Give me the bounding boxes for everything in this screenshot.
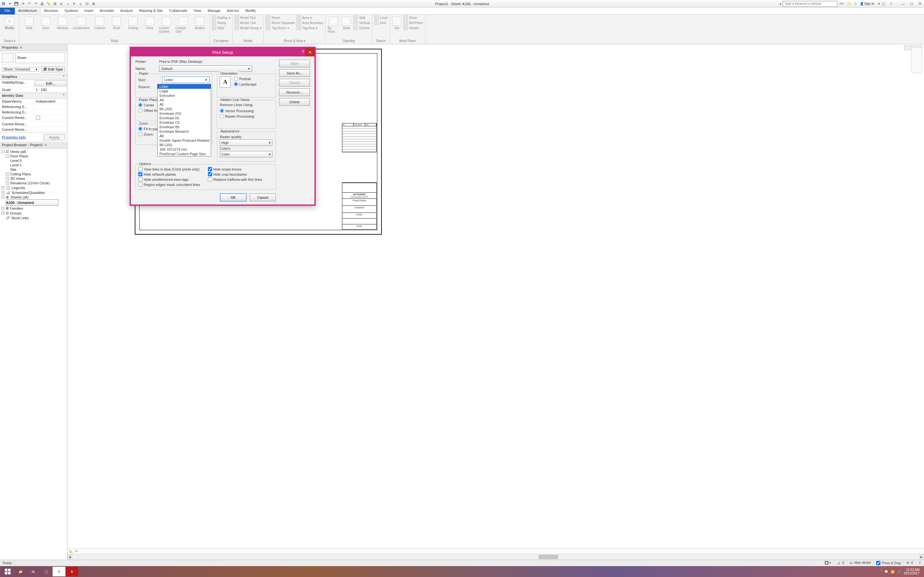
scale-value[interactable]: 1 : 100 — [34, 87, 67, 92]
group-label-room-area[interactable]: Room & Area ▾ — [266, 39, 323, 44]
paper-size-dropdown[interactable]: LetterLegalExecutiveA4A5B5 (JIS)Envelope… — [157, 84, 211, 156]
save-icon[interactable]: 💾 — [13, 1, 19, 7]
shaft-tool[interactable]: Shaft — [341, 15, 352, 30]
tree-level0[interactable]: Level 0 — [10, 158, 66, 163]
identity-section-header[interactable]: Identity Data⌃ — [0, 93, 67, 99]
vector-radio[interactable]: Vector Processing — [220, 109, 273, 113]
switch-windows-icon[interactable]: ⊞ — [90, 1, 96, 7]
mullion-tool[interactable]: Mullion — [192, 15, 208, 30]
printer-name-combo[interactable]: Default▾ — [159, 65, 252, 72]
curtain-system-tool[interactable]: Curtain System — [159, 15, 174, 33]
room-separator-tool[interactable]: Room Separator — [266, 21, 295, 25]
paper-size-option[interactable]: Legal — [158, 89, 211, 93]
column-tool[interactable]: Column — [92, 15, 107, 30]
tree-level1[interactable]: Level 1 — [10, 163, 66, 167]
apply-button[interactable]: Apply — [43, 134, 65, 140]
cur-rev2-value[interactable] — [34, 121, 67, 127]
store-button[interactable]: 🛍 — [27, 567, 40, 576]
tray-volume-icon[interactable]: 🔊 — [897, 570, 901, 574]
tag-area-tool[interactable]: Tag Area ▾ — [296, 26, 324, 30]
rename-button[interactable]: Rename... — [279, 89, 310, 96]
dialog-close-icon[interactable]: ✕ — [305, 48, 314, 56]
status-press-drag[interactable]: Press & Drag — [874, 561, 903, 565]
hide-scope-check[interactable]: Hide scope boxes — [208, 167, 273, 171]
explorer-button[interactable]: 📁 — [14, 567, 27, 576]
paper-size-option[interactable]: Envelope C5 — [158, 120, 211, 125]
align-icon[interactable]: ⊞ — [52, 1, 58, 7]
paper-size-option[interactable]: 16K 197x273 mm — [158, 147, 211, 152]
area-tool[interactable]: Area ▾ — [296, 15, 324, 20]
expand-icon[interactable]: − — [6, 155, 9, 158]
status-zero2[interactable]: ⚙ :0 — [904, 561, 916, 564]
cur-rev3-value[interactable] — [34, 127, 67, 132]
expand-icon[interactable]: + — [1, 186, 5, 189]
level-tool[interactable]: Level — [374, 15, 388, 20]
undo-icon[interactable]: ↶ — [26, 1, 32, 7]
status-main-model[interactable]: 🗂 Main Model — [847, 561, 874, 564]
tab-modify[interactable]: Modify — [242, 8, 259, 15]
dialog-titlebar[interactable]: Print Setup ? ✕ — [131, 48, 314, 56]
browser-close-icon[interactable]: ✕ — [44, 143, 48, 147]
railing-tool[interactable]: Railing ▾ — [212, 15, 230, 20]
thinlines-icon[interactable]: ≡ — [78, 1, 83, 7]
group-label-select[interactable]: Select ▾ — [2, 39, 17, 44]
area-boundary-tool[interactable]: Area Boundary — [296, 21, 324, 25]
tree-site[interactable]: Site — [10, 167, 66, 172]
tab-massing[interactable]: Massing & Site — [136, 8, 166, 15]
links-blue-check[interactable]: View links in blue (Color prints only) — [138, 167, 204, 171]
clock[interactable]: 12:52 AM 19/12/2017 — [903, 568, 919, 575]
by-face-tool[interactable]: By Face — [328, 15, 339, 33]
model-text-tool[interactable]: Model Text — [234, 15, 262, 20]
app-icon[interactable]: R — [1, 1, 6, 7]
comm-icon[interactable]: ✨ — [846, 1, 851, 7]
revit-button[interactable]: R — [53, 567, 65, 576]
dormer-tool[interactable]: Dormer — [353, 26, 370, 30]
tab-view[interactable]: View — [191, 8, 205, 15]
search-input[interactable] — [783, 1, 837, 7]
cancel-button[interactable]: Cancel — [250, 193, 276, 201]
minimize-button[interactable]: — — [900, 1, 907, 7]
nav-cube[interactable] — [911, 47, 922, 73]
save-as-button[interactable]: Save As... — [279, 69, 310, 77]
ref-d-value[interactable] — [34, 110, 67, 115]
landscape-radio[interactable]: Landscape — [234, 82, 257, 86]
paper-size-option[interactable]: Envelope #10 — [158, 111, 211, 116]
print-icon[interactable]: 🖶 — [39, 1, 45, 7]
tray-chevron-icon[interactable]: ˆ — [881, 570, 882, 574]
paper-size-option[interactable]: A6 — [158, 134, 211, 138]
visibility-edit-button[interactable]: Edit... — [35, 81, 67, 86]
window-tool[interactable]: Window — [55, 15, 70, 30]
delete-button[interactable]: Delete — [279, 98, 310, 106]
raster-radio[interactable]: Raster Processing — [220, 114, 273, 118]
acrobat-button[interactable]: A — [65, 567, 78, 576]
hide-crop-check[interactable]: Hide crop boundaries — [208, 172, 273, 176]
hide-ref-check[interactable]: Hide ref/work planes — [138, 172, 204, 176]
grid-tool[interactable]: Grid — [374, 21, 388, 25]
tray-wifi-icon[interactable]: 📶 — [891, 570, 895, 574]
tab-insert[interactable]: Insert — [81, 8, 97, 15]
sign-in-button[interactable]: 👤Sign In▾ — [860, 2, 880, 5]
tree-revit-links[interactable]: 🔗Revit Links — [1, 215, 66, 220]
paper-size-option[interactable]: B6 (JIS) — [158, 143, 211, 147]
close-inactive-icon[interactable]: ⊡ — [84, 1, 90, 7]
replace-halftone-check[interactable]: Replace halftone with thin lines — [208, 177, 273, 181]
hide-unref-check[interactable]: Hide unreferenced view tags — [138, 177, 204, 181]
wall-tool[interactable]: Wall — [21, 15, 37, 30]
expand-icon[interactable]: + — [1, 211, 5, 215]
ceiling-tool[interactable]: Ceiling — [126, 15, 141, 30]
modify-tool[interactable]: ↖Modify — [2, 15, 17, 30]
status-select[interactable]: 🔲 ▾ — [822, 561, 834, 564]
help-icon[interactable]: ? — [888, 1, 894, 7]
roof-tool[interactable]: Roof — [109, 15, 124, 30]
revert-button[interactable]: Revert — [279, 79, 310, 87]
paper-size-option[interactable]: B5 (JIS) — [158, 107, 211, 111]
model-group-tool[interactable]: Model Group ▾ — [234, 26, 262, 30]
tab-analyze[interactable]: Analyze — [117, 8, 136, 15]
stair-tool[interactable]: Stair — [212, 26, 230, 30]
wall-opening-tool[interactable]: Wall — [353, 15, 370, 20]
door-tool[interactable]: Door — [38, 15, 53, 30]
expand-icon[interactable]: + — [6, 177, 9, 180]
scroll-left-icon[interactable]: ◂ — [67, 554, 73, 560]
dependency-value[interactable]: Independent — [34, 99, 67, 104]
tab-architecture[interactable]: Architecture — [15, 8, 41, 15]
